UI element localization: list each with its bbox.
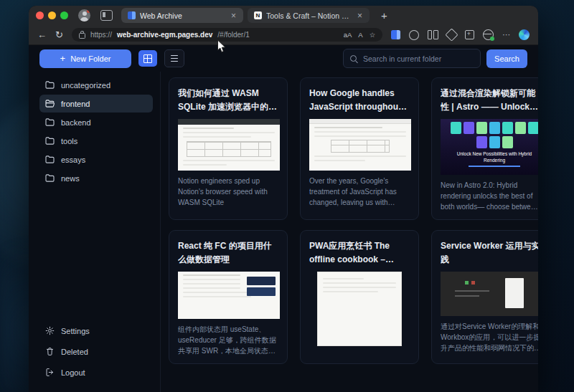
browser-tab-bar: Web Archive × N Tools & Craft – Notion B… xyxy=(29,6,538,25)
close-tab-icon[interactable]: × xyxy=(357,11,363,20)
sidebar-item-deleted[interactable]: Deleted xyxy=(39,343,153,360)
folder-icon xyxy=(45,137,55,145)
article-title: Service Worker 运用与实践 xyxy=(441,239,538,266)
tab-title: Tools & Craft – Notion Blog xyxy=(266,11,352,20)
phone-mockups xyxy=(441,122,538,148)
profile-avatar[interactable] xyxy=(78,9,90,21)
back-button[interactable]: ← xyxy=(37,30,47,39)
grid-view-toggle[interactable] xyxy=(138,50,157,67)
article-card-google-javascript[interactable]: How Google handles JavaScript throughout… xyxy=(300,77,419,220)
sidebar-footer: Settings Deleted Logout xyxy=(39,322,153,382)
sidebar-item-uncategorized[interactable]: uncategorized xyxy=(39,76,153,94)
url-path: /#/folder/1 xyxy=(217,31,249,39)
avatar-body xyxy=(80,17,88,21)
thumbnail-link-line xyxy=(469,166,520,167)
sidebar-item-logout[interactable]: Logout xyxy=(39,363,153,381)
article-title: 我们如何通过 WASM SQLite 加速浏览器中的 Notion ——… xyxy=(178,87,278,113)
web-archive-app: + New Folder Search xyxy=(29,45,538,392)
settings-label: Settings xyxy=(61,327,90,335)
browser-window: Web Archive × N Tools & Craft – Notion B… xyxy=(29,6,538,392)
folder-icon xyxy=(45,156,55,163)
logout-icon xyxy=(45,368,55,377)
folder-label: uncategorized xyxy=(61,81,110,90)
folder-icon xyxy=(45,174,55,182)
tab-web-archive[interactable]: Web Archive × xyxy=(121,8,243,23)
address-bar[interactable]: https://web-archive-egm.pages.dev/#/fold… xyxy=(72,28,382,42)
list-view-toggle[interactable] xyxy=(164,49,184,67)
search-button[interactable]: Search xyxy=(486,49,527,68)
folder-icon xyxy=(45,81,55,89)
avatar-badge xyxy=(87,9,90,13)
browser-toolbar: ← ↻ https://web-archive-egm.pages.dev/#/… xyxy=(29,25,538,45)
article-title: PWA应用烹饪书 The offline cookbook –… xyxy=(309,239,410,266)
plus-icon: + xyxy=(60,54,66,63)
article-title: How Google handles JavaScript throughout… xyxy=(309,87,410,113)
folder-label: essays xyxy=(61,156,85,164)
sidebar-item-backend[interactable]: backend xyxy=(39,113,153,131)
grid-icon xyxy=(144,54,152,63)
article-description: Over the years, Google's treatment of Ja… xyxy=(309,176,410,208)
new-folder-label: New Folder xyxy=(70,54,110,63)
article-card-wasm-sqlite[interactable]: 我们如何通过 WASM SQLite 加速浏览器中的 Notion ——… No… xyxy=(169,77,288,220)
search-input[interactable] xyxy=(362,54,474,64)
folder-icon xyxy=(45,118,55,126)
sidebar-item-settings[interactable]: Settings xyxy=(39,322,153,340)
folder-label: tools xyxy=(61,137,77,145)
web-archive-favicon xyxy=(128,11,136,19)
article-description: 组件内部状态用 useState、useReducer 足够，跨组件数据共享用 … xyxy=(178,324,278,356)
article-card-react-fc[interactable]: React 纯 FC 的项目用什么做数据管理 组件内部状态用 useState、… xyxy=(169,230,288,364)
article-thumbnail: Unlock New Possibilities with Hybrid Ren… xyxy=(441,119,538,175)
close-window-button[interactable] xyxy=(36,11,44,19)
search-box[interactable] xyxy=(343,49,481,68)
vpn-globe-icon[interactable] xyxy=(483,29,494,40)
folder-label: news xyxy=(61,174,80,183)
extension-icon[interactable] xyxy=(445,28,458,41)
minimize-window-button[interactable] xyxy=(48,11,56,19)
new-folder-button[interactable]: + New Folder xyxy=(39,49,131,68)
article-card-pwa-cookbook[interactable]: PWA应用烹饪书 The offline cookbook –… xyxy=(300,230,419,364)
sidebar-item-essays[interactable]: essays xyxy=(39,150,153,168)
list-icon xyxy=(171,55,178,62)
article-thumbnail xyxy=(309,119,411,171)
deleted-label: Deleted xyxy=(61,348,88,356)
folder-open-icon xyxy=(45,100,55,107)
sidebar-item-tools[interactable]: tools xyxy=(39,132,153,150)
article-thumbnail xyxy=(441,272,538,316)
collections-icon[interactable] xyxy=(465,30,475,39)
font-size-icon[interactable]: A xyxy=(358,31,362,39)
desktop-background: Web Archive × N Tools & Craft – Notion B… xyxy=(0,0,574,392)
more-menu-icon[interactable]: ⋯ xyxy=(502,31,510,39)
article-card-astro-hybrid[interactable]: 通过混合渲染解锁新可能性 | Astro —— Unlock New… Unlo… xyxy=(431,77,538,220)
zoom-window-button[interactable] xyxy=(60,11,68,19)
thumbnail-caption: Unlock New Possibilities with Hybrid Ren… xyxy=(441,151,538,164)
sidebar: uncategorized frontend backend tools xyxy=(29,72,161,392)
article-grid: 我们如何通过 WASM SQLite 加速浏览器中的 Notion ——… No… xyxy=(161,72,538,392)
favorite-star-icon[interactable]: ☆ xyxy=(370,31,376,39)
lock-icon xyxy=(79,33,85,39)
url-scheme: https:// xyxy=(90,31,112,39)
gear-icon xyxy=(45,326,55,335)
avatar-head xyxy=(83,11,87,16)
logout-label: Logout xyxy=(61,368,85,377)
article-title: 通过混合渲染解锁新可能性 | Astro —— Unlock New… xyxy=(441,87,538,113)
app-body: uncategorized frontend backend tools xyxy=(29,72,538,392)
article-thumbnail xyxy=(317,272,402,346)
article-description: 通过对Service Worker的理解和Workbox的应用，可以进一步提升产… xyxy=(441,321,538,353)
sidebar-item-frontend[interactable]: frontend xyxy=(39,95,153,113)
translate-icon[interactable]: aA xyxy=(344,31,352,39)
reading-list-icon[interactable] xyxy=(428,30,438,39)
tab-notion-blog[interactable]: N Tools & Craft – Notion Blog × xyxy=(248,8,370,23)
tab-switcher-icon[interactable] xyxy=(100,10,113,21)
browser-essentials-icon[interactable] xyxy=(409,30,419,40)
close-tab-icon[interactable]: × xyxy=(230,11,237,20)
copilot-icon[interactable] xyxy=(519,29,530,40)
split-screen-icon[interactable] xyxy=(391,30,400,39)
article-card-service-worker[interactable]: Service Worker 运用与实践 通过对Service Worker的理… xyxy=(431,230,538,364)
url-domain: web-archive-egm.pages.dev xyxy=(117,31,212,39)
trash-icon xyxy=(45,347,55,356)
article-title: React 纯 FC 的项目用什么做数据管理 xyxy=(178,239,278,266)
reload-button[interactable]: ↻ xyxy=(55,30,63,39)
notion-favicon: N xyxy=(254,11,262,19)
sidebar-item-news[interactable]: news xyxy=(39,169,153,187)
new-tab-button[interactable]: + xyxy=(381,9,387,21)
